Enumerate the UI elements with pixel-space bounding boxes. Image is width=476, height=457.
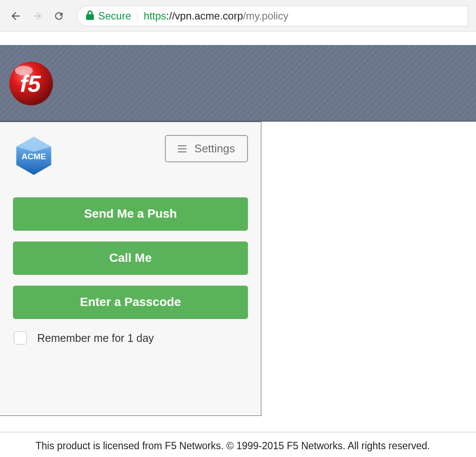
remember-me-label: Remember me for 1 day (37, 332, 154, 344)
duo-header: ACME Settings (13, 135, 248, 177)
call-me-button[interactable]: Call Me (13, 241, 248, 274)
svg-text:ACME: ACME (22, 152, 46, 161)
url-display: https://vpn.acme.corp/my.policy (144, 10, 288, 22)
browser-toolbar: Secure https://vpn.acme.corp/my.policy (0, 0, 476, 32)
f5-header-banner: f5 (0, 45, 476, 122)
spacer (0, 32, 476, 45)
f5-logo-icon: f5 (7, 59, 55, 108)
arrow-left-icon (10, 10, 22, 22)
settings-label: Settings (194, 142, 235, 155)
url-host: ://vpn.acme.corp (166, 10, 243, 22)
reload-button[interactable] (51, 8, 67, 24)
send-push-button[interactable]: Send Me a Push (13, 197, 248, 230)
duo-auth-frame: ACME Settings Send Me a Push Call Me Ent… (0, 122, 261, 416)
forward-button[interactable] (29, 8, 45, 24)
settings-button[interactable]: Settings (165, 135, 248, 162)
hamburger-icon (178, 145, 187, 152)
page-body: ACME Settings Send Me a Push Call Me Ent… (0, 122, 476, 416)
lock-icon (86, 10, 94, 22)
auth-method-list: Send Me a Push Call Me Enter a Passcode (13, 197, 248, 319)
enter-passcode-button[interactable]: Enter a Passcode (13, 286, 248, 319)
acme-logo-icon: ACME (13, 135, 55, 177)
footer-license-text: This product is licensed from F5 Network… (0, 432, 476, 452)
secure-label: Secure (98, 10, 138, 22)
back-button[interactable] (8, 8, 23, 24)
address-bar[interactable]: Secure https://vpn.acme.corp/my.policy (77, 6, 468, 26)
arrow-right-icon (31, 10, 43, 22)
url-path: /my.policy (243, 10, 289, 22)
url-protocol: https (144, 10, 166, 22)
reload-icon (53, 10, 64, 22)
remember-me-row: Remember me for 1 day (13, 331, 248, 344)
svg-text:f5: f5 (20, 70, 41, 96)
remember-me-checkbox[interactable] (14, 331, 27, 344)
auth-panel-wrap: ACME Settings Send Me a Push Call Me Ent… (0, 122, 261, 416)
